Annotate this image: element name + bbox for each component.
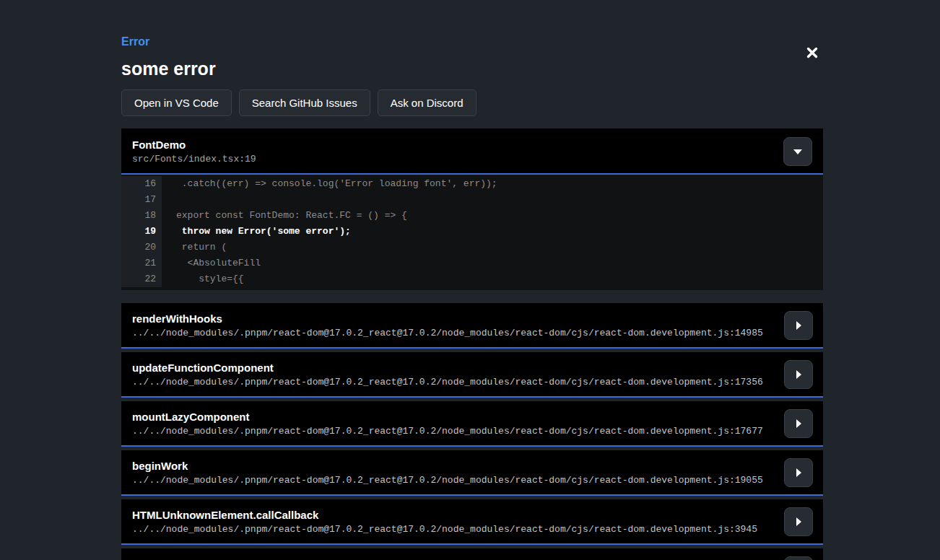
play-icon xyxy=(795,468,802,478)
line-text: <AbsoluteFill xyxy=(162,255,823,271)
chevron-down-icon xyxy=(793,148,803,155)
line-number: 16 xyxy=(121,176,162,192)
play-icon xyxy=(795,517,802,527)
collapse-code-button[interactable] xyxy=(783,137,812,166)
line-number: 21 xyxy=(121,255,162,271)
search-github-issues-button[interactable]: Search GitHub Issues xyxy=(239,89,370,116)
expand-frame-button[interactable] xyxy=(784,458,813,487)
code-frame-title: FontDemo xyxy=(132,138,811,152)
expand-frame-button[interactable] xyxy=(784,507,813,536)
code-line: 18 export const FontDemo: React.FC = () … xyxy=(121,208,823,224)
line-number: 20 xyxy=(121,240,162,255)
stack-frame-name: updateFunctionComponent xyxy=(132,362,773,375)
action-buttons: Open in VS Code Search GitHub Issues Ask… xyxy=(121,89,823,116)
stack-frame: mountLazyComponent ../../node_modules/.p… xyxy=(121,401,823,447)
play-icon xyxy=(795,419,802,429)
expand-frame-button[interactable] xyxy=(784,360,813,389)
code-line: 17 xyxy=(121,192,823,208)
stack-frame-path: ../../node_modules/.pnpm/react-dom@17.0.… xyxy=(132,377,773,388)
stack-frame xyxy=(121,548,823,560)
stack-frame-path: ../../node_modules/.pnpm/react-dom@17.0.… xyxy=(132,426,773,437)
play-icon xyxy=(795,320,802,331)
code-frame-header: FontDemo src/Fonts/index.tsx:19 xyxy=(121,128,823,175)
stack-trace-list: renderWithHooks ../../node_modules/.pnpm… xyxy=(121,303,823,560)
error-type-label: Error xyxy=(121,35,823,49)
close-button[interactable] xyxy=(801,42,823,64)
stack-frame-name: beginWork xyxy=(132,460,773,473)
code-line: 19 throw new Error('some error'); xyxy=(121,224,823,240)
line-number: 17 xyxy=(121,192,162,208)
expand-frame-button[interactable] xyxy=(784,311,813,340)
stack-frame-name: HTMLUnknownElement.callCallback xyxy=(132,509,773,522)
expand-frame-button[interactable] xyxy=(784,409,813,438)
stack-frame-name: mountLazyComponent xyxy=(132,411,773,424)
stack-frame-name: renderWithHooks xyxy=(132,312,773,325)
line-text: throw new Error('some error'); xyxy=(162,224,823,240)
line-text xyxy=(162,192,823,208)
play-icon xyxy=(795,369,802,380)
stack-frame: renderWithHooks ../../node_modules/.pnpm… xyxy=(121,303,823,349)
code-line: 21 <AbsoluteFill xyxy=(121,255,823,271)
stack-frame-path: ../../node_modules/.pnpm/react-dom@17.0.… xyxy=(132,524,773,535)
stack-frame: HTMLUnknownElement.callCallback ../../no… xyxy=(121,499,823,545)
line-number: 22 xyxy=(121,271,162,287)
stack-frame-path: ../../node_modules/.pnpm/react-dom@17.0.… xyxy=(132,328,773,339)
error-overlay: Error some error Open in VS Code Search … xyxy=(121,0,823,560)
code-block: 16 .catch((err) => console.log('Error lo… xyxy=(121,175,823,290)
expand-frame-button[interactable] xyxy=(784,556,813,560)
stack-frame: beginWork ../../node_modules/.pnpm/react… xyxy=(121,450,823,496)
line-number: 19 xyxy=(121,224,162,240)
line-text: export const FontDemo: React.FC = () => … xyxy=(162,208,823,224)
ask-on-discord-button[interactable]: Ask on Discord xyxy=(378,89,476,116)
code-line: 16 .catch((err) => console.log('Error lo… xyxy=(121,176,823,192)
stack-frame-path: ../../node_modules/.pnpm/react-dom@17.0.… xyxy=(132,475,773,486)
code-line: 20 return ( xyxy=(121,240,823,255)
stack-frame: updateFunctionComponent ../../node_modul… xyxy=(121,352,823,398)
code-line: 22 style={{ xyxy=(121,271,823,287)
open-in-vscode-button[interactable]: Open in VS Code xyxy=(121,89,232,116)
line-text: .catch((err) => console.log('Error loadi… xyxy=(162,176,823,192)
line-text: style={{ xyxy=(162,271,823,287)
error-message: some error xyxy=(121,58,823,79)
line-number: 18 xyxy=(121,208,162,224)
line-text: return ( xyxy=(162,240,823,255)
code-frame: FontDemo src/Fonts/index.tsx:19 16 .catc… xyxy=(121,128,823,290)
code-frame-location: src/Fonts/index.tsx:19 xyxy=(132,154,811,165)
close-icon xyxy=(806,47,818,58)
